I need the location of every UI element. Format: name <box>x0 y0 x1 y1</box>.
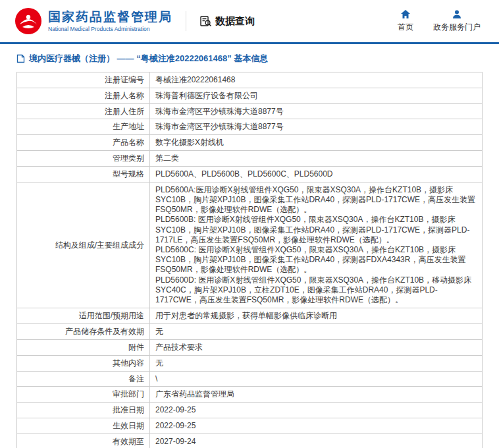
row-value: 珠海市金湾区平沙镇珠海大道8877号 <box>150 119 483 135</box>
row-value: 粤械注准20222061468 <box>150 72 483 88</box>
row-label: 型号规格 <box>17 166 150 182</box>
breadcrumb: 境内医疗器械（注册） —— “粤械注准20222061468” 基本信息 <box>16 53 483 65</box>
row-label: 生产地址 <box>17 119 150 135</box>
table-row: 产品储存条件及有效期 无 <box>17 324 483 340</box>
table-row-structure: 结构及组成/主要组成成分 PLD5600A:医用诊断X射线管组件XQG50，限束… <box>17 182 483 308</box>
row-value: 无 <box>150 355 483 371</box>
document-search-icon <box>199 15 212 28</box>
row-value: 2022-09-25 <box>150 418 483 434</box>
row-value: 无 <box>150 324 483 340</box>
table-row: 批准日期 2022-09-25 <box>17 403 483 418</box>
nav-home[interactable]: 首页 <box>398 9 413 33</box>
row-value: PLD5600A、PLD5600B、PLD5600C、PLD5600D <box>150 166 483 182</box>
row-value: \ <box>150 371 483 387</box>
row-label: 备注 <box>17 371 150 387</box>
table-row: 其他内容 无 <box>17 355 483 371</box>
row-value-structure: PLD5600A:医用诊断X射线管组件XQG50，限束器XSQ30A，操作台KZ… <box>150 182 483 308</box>
nmpa-emblem-icon <box>14 7 42 35</box>
row-value: 用于对患者的常规摄影，获得单幅影像供临床诊断用 <box>150 308 483 324</box>
table-row: 适用范围/预期用途 用于对患者的常规摄影，获得单幅影像供临床诊断用 <box>17 308 483 324</box>
table-row: 备注 \ <box>17 371 483 387</box>
page-doc-icon <box>16 54 25 63</box>
row-value: 产品技术要求 <box>150 339 483 355</box>
table-row: 型号规格 PLD5600A、PLD5600B、PLD5600C、PLD5600D <box>17 166 483 182</box>
table-row: 生效日期 2022-09-25 <box>17 418 483 434</box>
row-label: 产品储存条件及有效期 <box>17 324 150 340</box>
row-value: 第二类 <box>150 150 483 166</box>
user-icon <box>452 9 462 20</box>
row-label: 适用范围/预期用途 <box>17 308 150 324</box>
row-value: 珠海普利德医疗设备有限公司 <box>150 88 483 103</box>
site-header: 国家药品监督管理局 National Medical Products Admi… <box>0 0 499 42</box>
row-value: 广东省药品监督管理局 <box>150 387 483 403</box>
table-row: 有效期至 2027-09-24 <box>17 434 483 448</box>
site-subtitle: National Medical Products Administration <box>48 26 172 32</box>
row-label: 管理类别 <box>17 150 150 166</box>
row-label: 批准日期 <box>17 403 150 418</box>
site-title: 国家药品监督管理局 <box>48 10 172 24</box>
row-label: 审批部门 <box>17 387 150 403</box>
header-right-nav: 首页 政务服务门户 <box>398 9 485 33</box>
row-label: 产品名称 <box>17 135 150 151</box>
breadcrumb-text: 境内医疗器械（注册） —— “粤械注准20222061468” 基本信息 <box>29 53 268 65</box>
nav-portal[interactable]: 政务服务门户 <box>433 9 481 33</box>
row-value: 2027-09-24 <box>150 434 483 448</box>
data-query-label: 数据查询 <box>215 15 255 28</box>
table-row: 附件 产品技术要求 <box>17 339 483 355</box>
row-label: 注册人住所 <box>17 103 150 119</box>
row-label: 结构及组成/主要组成成分 <box>17 182 150 308</box>
nav-portal-label: 政务服务门户 <box>433 22 481 33</box>
table-row: 管理类别 第二类 <box>17 150 483 166</box>
home-icon <box>400 9 411 20</box>
brand-text: 国家药品监督管理局 National Medical Products Admi… <box>48 10 172 32</box>
nav-home-label: 首页 <box>398 22 413 33</box>
row-label: 有效期至 <box>17 434 150 448</box>
header-divider <box>186 11 186 31</box>
table-row: 生产地址 珠海市金湾区平沙镇珠海大道8877号 <box>17 119 483 135</box>
row-value: 珠海市金湾区平沙镇珠海大道8877号 <box>150 103 483 119</box>
row-label: 附件 <box>17 339 150 355</box>
table-row: 审批部门 广东省药品监督管理局 <box>17 387 483 403</box>
row-value: 数字化摄影X射线机 <box>150 135 483 151</box>
row-label: 注册证编号 <box>17 72 150 88</box>
registration-info-table: 注册证编号 粤械注准20222061468 注册人名称 珠海普利德医疗设备有限公… <box>16 72 483 448</box>
header-accent-line <box>0 42 499 44</box>
table-row: 注册证编号 粤械注准20222061468 <box>17 72 483 88</box>
row-label: 生效日期 <box>17 418 150 434</box>
row-label: 注册人名称 <box>17 88 150 103</box>
table-row: 注册人名称 珠海普利德医疗设备有限公司 <box>17 88 483 103</box>
row-label: 其他内容 <box>17 355 150 371</box>
table-row: 注册人住所 珠海市金湾区平沙镇珠海大道8877号 <box>17 103 483 119</box>
site-logo-link[interactable]: 国家药品监督管理局 National Medical Products Admi… <box>14 7 172 35</box>
data-query-nav[interactable]: 数据查询 <box>199 15 255 28</box>
row-value: 2022-09-25 <box>150 403 483 418</box>
table-row: 产品名称 数字化摄影X射线机 <box>17 135 483 151</box>
